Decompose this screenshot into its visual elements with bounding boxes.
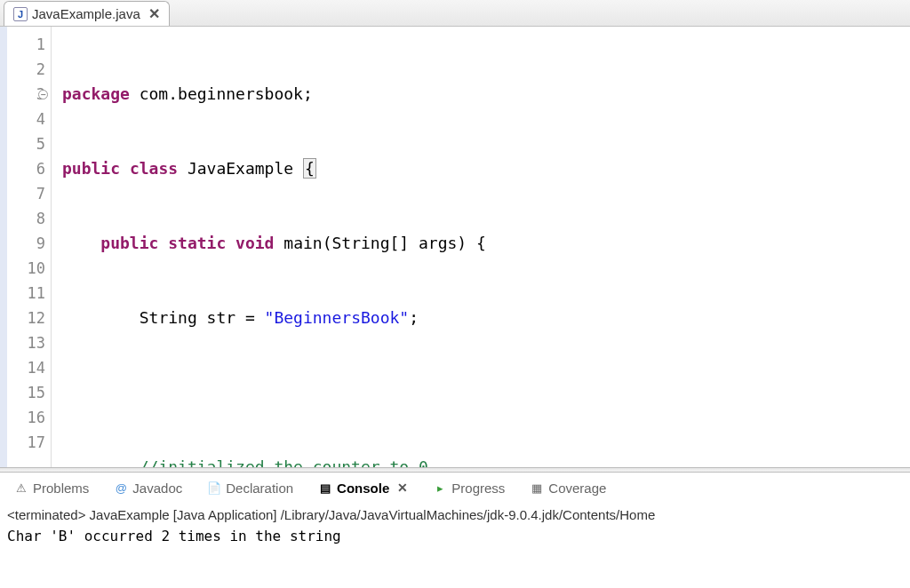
console-icon: ▤ [318,481,332,495]
tab-label: Problems [33,481,89,496]
line-number: 16 [0,405,45,430]
line-number: 14 [0,355,45,380]
code-content[interactable]: package com.beginnersbook; public class … [52,27,910,467]
code-line: public class JavaExample { [62,156,910,181]
problems-icon: ⚠ [14,481,28,495]
code-line: public static void main(String[] args) { [62,231,910,256]
java-file-icon: J [13,7,28,21]
javadoc-icon: @ [114,481,128,495]
console-output-line: Char 'B' occurred 2 times in the string [7,526,903,547]
coverage-icon: ▦ [530,481,544,495]
console-panel[interactable]: <terminated> JavaExample [Java Applicati… [0,503,910,549]
line-number: 7 [0,181,45,206]
tab-declaration[interactable]: 📄 Declaration [202,478,299,498]
tab-progress[interactable]: ▸ Progress [427,478,510,498]
tab-label: Console [337,481,389,496]
line-number: 6 [0,156,45,181]
line-number: 8 [0,206,45,231]
line-number: 4 [0,107,45,131]
console-process-info: <terminated> JavaExample [Java Applicati… [7,505,903,526]
fold-toggle-icon[interactable]: − [38,90,48,99]
line-number: 12 [0,306,45,330]
tab-label: Coverage [548,481,606,496]
close-icon[interactable]: ✕ [148,5,160,22]
matched-brace: { [303,158,316,179]
code-line: package com.beginnersbook; [62,82,910,107]
line-number: 3− [0,82,45,107]
line-number: 2 [0,57,45,82]
code-line: String str = "BeginnersBook"; [62,306,910,330]
line-numbers: 1 2 3− 4 5 6 7 8 9 10 11 12 13 14 15 16 … [0,27,51,455]
tab-javadoc[interactable]: @ Javadoc [108,478,188,498]
editor-tab-active[interactable]: J JavaExample.java ✕ [4,1,170,26]
line-number: 5 [0,131,45,156]
line-number: 17 [0,430,45,455]
editor-tab-bar: J JavaExample.java ✕ [0,0,910,27]
line-number: 10 [0,256,45,281]
declaration-icon: 📄 [207,481,221,495]
code-line [62,380,910,405]
tab-label: Javadoc [132,481,182,496]
line-number: 11 [0,281,45,306]
line-number: 1 [0,32,45,57]
line-number: 15 [0,380,45,405]
close-icon[interactable]: ✕ [397,481,408,495]
gutter: 1 2 3− 4 5 6 7 8 9 10 11 12 13 14 15 16 … [0,27,52,467]
tab-filename: JavaExample.java [32,6,140,21]
code-editor[interactable]: 1 2 3− 4 5 6 7 8 9 10 11 12 13 14 15 16 … [0,27,910,467]
progress-icon: ▸ [433,481,447,495]
line-number: 13 [0,330,45,355]
tab-label: Declaration [226,481,293,496]
line-number: 9 [0,231,45,256]
tab-problems[interactable]: ⚠ Problems [9,478,94,498]
tab-console[interactable]: ▤ Console ✕ [313,478,413,498]
tab-label: Progress [451,481,505,496]
bottom-tab-bar: ⚠ Problems @ Javadoc 📄 Declaration ▤ Con… [0,473,910,503]
code-line: //initialized the counter to 0 [62,455,910,467]
tab-coverage[interactable]: ▦ Coverage [524,478,611,498]
